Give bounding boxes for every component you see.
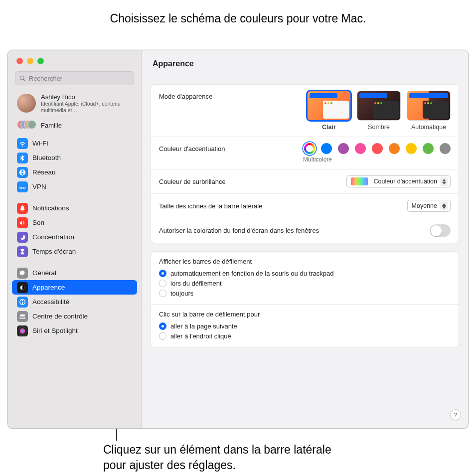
- sidebar-item-label: VPN: [32, 183, 46, 190]
- highlight-color-label: Couleur de surbrillance: [159, 178, 226, 185]
- main-panel: Apparence Mode d'apparence ClairSombreAu…: [142, 50, 468, 428]
- system-settings-window: Rechercher Ashley Rico Identifiant Apple…: [7, 50, 469, 429]
- appearance-option-label: Sombre: [357, 124, 401, 131]
- radio-label: lors du défilement: [170, 280, 222, 287]
- sidebar-item-notifications[interactable]: Notifications: [12, 201, 137, 215]
- apple-id-row[interactable]: Ashley Rico Identifiant Apple, iCloud+, …: [8, 91, 141, 116]
- appearance-option-auto[interactable]: Automatique: [407, 91, 451, 131]
- radio-label: aller à la page suivante: [170, 322, 237, 330]
- accent-swatch-orange[interactable]: [389, 143, 400, 154]
- fullscreen-button[interactable]: [37, 58, 44, 64]
- bell-icon: [17, 203, 28, 214]
- sidebar-item-label: Apparence: [32, 284, 65, 291]
- sidebar-item-sound[interactable]: Son: [12, 215, 137, 230]
- sidebar-item-label: Concentration: [32, 233, 74, 241]
- search-placeholder: Rechercher: [29, 75, 62, 82]
- gear-icon: [17, 268, 28, 279]
- highlight-swatch-icon: [351, 177, 368, 185]
- profile-name: Ashley Rico: [41, 93, 134, 101]
- scroll-show-option-0[interactable]: automatiquement en fonction de la souris…: [159, 268, 451, 278]
- appearance-card: Mode d'apparence ClairSombreAutomatique …: [151, 84, 459, 243]
- scroll-click-title: Clic sur la barre de défilement pour: [159, 311, 451, 318]
- accent-swatch-pink[interactable]: [355, 143, 366, 154]
- wallpaper-tint-toggle[interactable]: [430, 224, 451, 237]
- scroll-click-option-1[interactable]: aller à l'endroit cliqué: [159, 331, 451, 341]
- radio-icon: [159, 322, 166, 330]
- sidebar-item-screentime[interactable]: Temps d'écran: [12, 244, 137, 259]
- scroll-show-option-1[interactable]: lors du défilement: [159, 278, 451, 288]
- globe-icon: [17, 167, 28, 178]
- profile-sub: Identifiant Apple, iCloud+, contenu mult…: [41, 101, 134, 113]
- search-icon: [19, 75, 26, 82]
- close-button[interactable]: [16, 58, 23, 64]
- appearance-option-label: Automatique: [407, 124, 451, 131]
- accessibility-icon: [17, 297, 28, 308]
- sidebar-item-label: Centre de contrôle: [32, 313, 88, 320]
- appearance-icon: [17, 282, 28, 293]
- sidebar-item-label: Wi-Fi: [32, 140, 48, 147]
- wifi-icon: [17, 138, 28, 149]
- family-label: Famille: [41, 122, 62, 129]
- scroll-show-option-2[interactable]: toujours: [159, 288, 451, 298]
- accent-swatch-graphite[interactable]: [440, 143, 451, 154]
- appearance-thumb-dark: [357, 91, 401, 121]
- highlight-color-select[interactable]: Couleur d'accentuation: [346, 175, 451, 187]
- sidebar-item-label: Général: [32, 269, 56, 277]
- help-button[interactable]: ?: [450, 409, 461, 420]
- avatar: [17, 94, 36, 113]
- sidebar-item-network[interactable]: Réseau: [12, 165, 137, 179]
- appearance-option-label: Clair: [307, 124, 351, 131]
- radio-label: automatiquement en fonction de la souris…: [170, 270, 333, 277]
- sidebar-item-label: Notifications: [32, 204, 69, 212]
- sidebar-item-vpn[interactable]: VPNVPN: [12, 179, 137, 194]
- bluetooth-icon: [17, 153, 28, 163]
- accent-swatch-multi[interactable]: [304, 143, 315, 154]
- accent-caption: Multicolore: [303, 156, 451, 163]
- appearance-thumb-light: [307, 91, 351, 121]
- callout-bottom: Cliquez sur un élément dans la barre lat…: [103, 442, 342, 473]
- sidebar: Rechercher Ashley Rico Identifiant Apple…: [8, 50, 142, 428]
- sidebar-list: Wi-FiBluetoothRéseauVPNVPNNotificationsS…: [8, 136, 141, 428]
- sidebar-item-wifi[interactable]: Wi-Fi: [12, 136, 137, 151]
- accent-swatch-blue[interactable]: [321, 143, 332, 154]
- family-row[interactable]: Famille: [8, 116, 141, 136]
- svg-point-3: [22, 300, 23, 301]
- sidebar-item-focus[interactable]: Concentration: [12, 230, 137, 244]
- radio-icon: [159, 270, 166, 277]
- chevron-up-down-icon: [440, 177, 448, 186]
- page-title: Apparence: [142, 50, 468, 77]
- wallpaper-tint-label: Autoriser la coloration du fond d'écran …: [159, 227, 319, 234]
- accent-color-label: Couleur d'accentuation: [159, 143, 225, 153]
- minimize-button[interactable]: [27, 58, 33, 64]
- sidebar-item-bluetooth[interactable]: Bluetooth: [12, 151, 137, 165]
- appearance-option-dark[interactable]: Sombre: [357, 91, 401, 131]
- svg-rect-5: [20, 317, 25, 319]
- controlcenter-icon: [17, 311, 28, 322]
- siri-icon: [17, 325, 28, 336]
- appearance-mode-label: Mode d'apparence: [159, 91, 212, 100]
- sidebar-iconsize-select[interactable]: Moyenne: [407, 200, 451, 212]
- window-controls: [8, 50, 141, 69]
- appearance-thumb-auto: [407, 91, 451, 121]
- accent-swatch-red[interactable]: [372, 143, 383, 154]
- chevron-up-down-icon: [440, 201, 448, 210]
- accent-swatch-yellow[interactable]: [406, 143, 417, 154]
- sidebar-item-label: Accessibilité: [32, 298, 69, 306]
- sidebar-item-controlcenter[interactable]: Centre de contrôle: [12, 309, 137, 323]
- accent-swatch-green[interactable]: [423, 143, 434, 154]
- svg-text:VPN: VPN: [19, 185, 26, 189]
- vpn-icon: VPN: [17, 181, 28, 192]
- radio-icon: [159, 332, 166, 340]
- sidebar-item-siri[interactable]: Siri et Spotlight: [12, 323, 137, 338]
- sidebar-item-general[interactable]: Général: [12, 266, 137, 280]
- sidebar-item-accessibility[interactable]: Accessibilité: [12, 295, 137, 309]
- sidebar-item-appearance[interactable]: Apparence: [12, 280, 137, 295]
- sidebar-iconsize-label: Taille des icônes de la barre latérale: [159, 202, 262, 210]
- svg-point-6: [20, 328, 25, 333]
- appearance-option-light[interactable]: Clair: [307, 91, 351, 131]
- scroll-click-option-0[interactable]: aller à la page suivante: [159, 321, 451, 331]
- search-input[interactable]: Rechercher: [15, 71, 134, 85]
- sidebar-item-label: Son: [32, 219, 44, 226]
- scrollbars-card: Afficher les barres de défilement automa…: [151, 251, 459, 347]
- accent-swatch-purple[interactable]: [338, 143, 349, 154]
